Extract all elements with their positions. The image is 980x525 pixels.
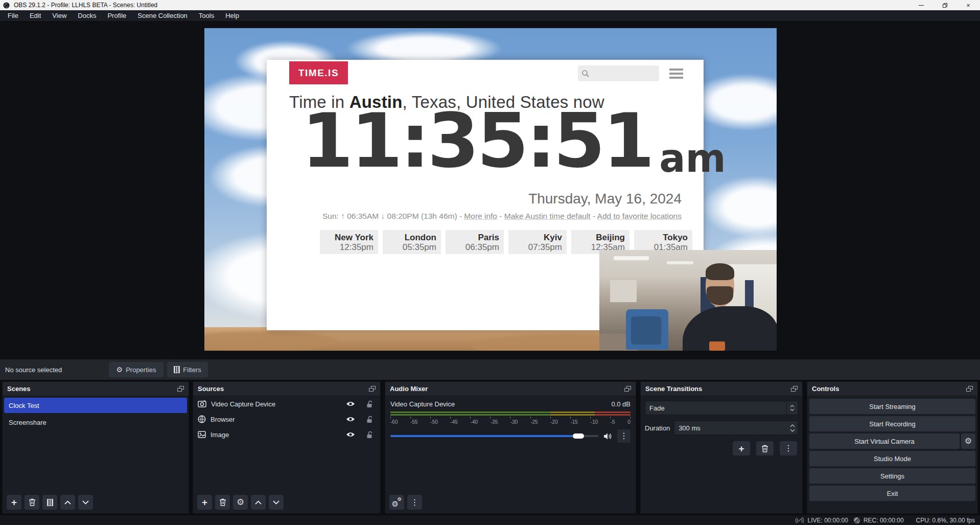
properties-button[interactable]: ⚙ Properties — [109, 362, 164, 377]
close-button[interactable]: × — [956, 0, 980, 10]
popout-icon[interactable] — [966, 386, 973, 392]
studio-mode-button[interactable]: Studio Mode — [809, 451, 975, 466]
preview-canvas[interactable]: TIME.IS Time in Austin, Texas, United St… — [0, 21, 980, 359]
transition-properties-button[interactable]: ⋮ — [780, 441, 797, 455]
duration-spinbox[interactable]: 300 ms — [674, 421, 798, 435]
mixer-menu-button[interactable]: ⋮ — [407, 495, 422, 510]
menu-scene-collection[interactable]: Scene Collection — [132, 11, 193, 20]
dots-menu-icon: ⋮ — [620, 432, 628, 440]
transition-selected-value: Fade — [645, 404, 665, 412]
popout-icon[interactable] — [177, 386, 184, 392]
combo-spinner[interactable] — [786, 401, 798, 415]
program-video[interactable]: TIME.IS Time in Austin, Texas, United St… — [204, 28, 777, 351]
chevron-down-icon — [790, 408, 795, 411]
date-text: Thursday, May 16, 2024 — [528, 191, 682, 207]
close-icon: × — [966, 2, 970, 9]
remove-scene-button[interactable] — [25, 495, 39, 510]
scene-item-clock-test[interactable]: Clock Test — [4, 398, 187, 413]
menu-tools[interactable]: Tools — [193, 11, 220, 20]
status-bar: LIVE: 00:00:00 REC: 00:00:00 CPU: 0.6%, … — [0, 515, 980, 525]
lock-icon[interactable] — [366, 416, 374, 423]
move-scene-down-button[interactable] — [78, 495, 93, 510]
source-properties-button[interactable]: ⚙ — [233, 495, 248, 510]
scene-transitions-header[interactable]: Scene Transitions — [641, 382, 802, 396]
chevron-down-icon — [790, 429, 795, 432]
dots-menu-icon: ⋮ — [411, 498, 419, 507]
move-scene-up-button[interactable] — [60, 495, 75, 510]
add-scene-button[interactable]: + — [7, 495, 21, 510]
double-gear-icon: ⚙⚙ — [392, 498, 402, 507]
volume-slider-handle[interactable] — [573, 433, 584, 439]
live-status: LIVE: 00:00:00 — [795, 517, 848, 524]
move-source-up-button[interactable] — [251, 495, 266, 510]
menu-edit[interactable]: Edit — [24, 11, 46, 20]
chevron-up-icon — [64, 500, 71, 505]
filter-icon — [174, 366, 180, 373]
timeis-search-box — [578, 65, 659, 81]
scenes-header[interactable]: Scenes — [3, 382, 189, 396]
popout-icon[interactable] — [791, 386, 798, 392]
search-input — [590, 70, 651, 77]
scene-transitions-panel: Scene Transitions Fade Duration — [640, 381, 803, 514]
visibility-eye-icon[interactable] — [346, 416, 355, 422]
city-box: Paris06:35pm — [446, 230, 504, 254]
record-disc-icon — [853, 517, 860, 524]
selection-status-text: No source selected — [5, 366, 62, 374]
start-recording-button[interactable]: Start Recording — [809, 416, 975, 431]
source-selection-bar: No source selected ⚙ Properties Filters — [0, 359, 980, 380]
volume-slider[interactable] — [390, 435, 598, 437]
person-torso — [683, 306, 777, 351]
plus-icon: + — [202, 497, 207, 507]
dock-area: Scenes Clock Test Screenshare + — [0, 380, 980, 515]
source-row-browser[interactable]: Browser — [193, 412, 380, 427]
scene-filters-button[interactable] — [42, 495, 57, 510]
add-source-button[interactable]: + — [197, 495, 212, 510]
virtual-camera-config-button[interactable]: ⚙ — [961, 433, 975, 449]
source-row-video-capture[interactable]: Video Capture Device — [193, 396, 380, 412]
more-info-link: More info — [464, 212, 497, 220]
remove-transition-button[interactable] — [756, 441, 774, 455]
move-source-down-button[interactable] — [269, 495, 284, 510]
city-box: New York12:35pm — [320, 230, 378, 254]
lock-icon[interactable] — [366, 431, 374, 439]
cpu-fps-stats: CPU: 0.6%, 30.00 fps — [916, 517, 975, 524]
menu-view[interactable]: View — [46, 11, 72, 20]
sun-info-line: Sun: ↑ 06:35AM ↓ 08:20PM (13h 46m) - Mor… — [322, 212, 682, 221]
advanced-audio-button[interactable]: ⚙⚙ — [389, 495, 404, 510]
remove-source-button[interactable] — [215, 495, 230, 510]
start-streaming-button[interactable]: Start Streaming — [809, 399, 975, 414]
chevron-up-icon — [790, 405, 795, 407]
add-transition-button[interactable]: + — [733, 441, 750, 455]
title-bar[interactable]: OBS 29.1.2 - Profile: LLHLS BETA - Scene… — [0, 0, 980, 10]
scene-item-screenshare[interactable]: Screenshare — [4, 415, 187, 430]
source-row-image[interactable]: Image — [193, 427, 380, 442]
chevron-up-icon — [790, 424, 795, 427]
visibility-eye-icon[interactable] — [346, 431, 355, 438]
controls-header[interactable]: Controls — [807, 382, 977, 396]
filters-button[interactable]: Filters — [167, 362, 208, 377]
exit-button[interactable]: Exit — [809, 486, 975, 501]
menu-docks[interactable]: Docks — [72, 11, 102, 20]
gear-icon: ⚙ — [237, 498, 244, 507]
menu-help[interactable]: Help — [220, 11, 245, 20]
popout-icon[interactable] — [624, 386, 631, 392]
webcam-overlay — [599, 250, 777, 351]
mixer-channel-menu-button[interactable]: ⋮ — [617, 429, 631, 443]
lock-icon[interactable] — [366, 400, 374, 408]
start-virtual-camera-button[interactable]: Start Virtual Camera — [809, 433, 960, 449]
audio-mixer-header[interactable]: Audio Mixer — [385, 382, 636, 396]
visibility-eye-icon[interactable] — [346, 401, 355, 407]
sources-header[interactable]: Sources — [193, 382, 380, 396]
timeis-logo: TIME.IS — [289, 61, 348, 84]
menu-file[interactable]: File — [2, 11, 24, 20]
spinbox-arrows[interactable] — [790, 424, 795, 432]
minimize-button[interactable] — [909, 0, 933, 10]
settings-button[interactable]: Settings — [809, 468, 975, 484]
popout-icon[interactable] — [369, 386, 376, 392]
restore-button[interactable] — [933, 0, 956, 10]
window-title: OBS 29.1.2 - Profile: LLHLS BETA - Scene… — [14, 2, 157, 9]
mixer-level-db: 0.0 dB — [611, 400, 631, 408]
menu-profile[interactable]: Profile — [102, 11, 132, 20]
transition-select[interactable]: Fade — [645, 401, 798, 415]
speaker-icon[interactable] — [603, 432, 612, 440]
